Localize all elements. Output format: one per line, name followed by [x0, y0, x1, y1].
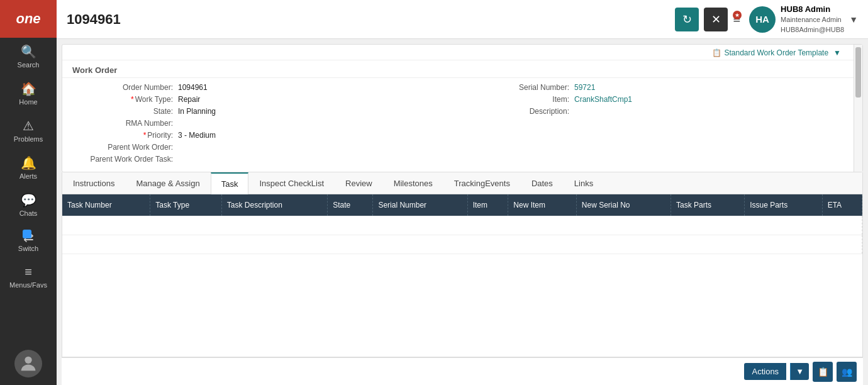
tab-review[interactable]: Review [335, 172, 383, 194]
work-order-fields: Order Number: 1094961 *Work Type: Repair… [62, 78, 862, 172]
group-button[interactable]: 👥 [837, 362, 857, 382]
col-state: State [328, 194, 373, 216]
switch-icon-wrapper: ⇄ [23, 230, 34, 245]
col-serial-number: Serial Number [373, 194, 467, 216]
sidebar-label-chats: Chats [19, 209, 38, 217]
tab-inspect-checklist-label: Inspect CheckList [259, 179, 324, 188]
col-task-description: Task Description [221, 194, 327, 216]
user-menu-chevron[interactable]: ▼ [849, 14, 858, 25]
close-button[interactable]: ✕ [704, 8, 728, 31]
serial-number-value[interactable]: 59721 [574, 83, 595, 92]
item-value[interactable]: CrankShaftCmp1 [574, 95, 632, 104]
item-label: Item: [469, 95, 569, 104]
actions-dropdown-button[interactable]: ▼ [790, 363, 809, 380]
field-description: Description: [469, 107, 852, 116]
task-table-wrapper[interactable]: Task Number Task Type Task Description S… [62, 194, 862, 357]
tab-task[interactable]: Task [211, 172, 249, 194]
content-area: 📋 Standard Work Order Template ▼ Work Or… [57, 39, 868, 385]
tab-manage-assign[interactable]: Manage & Assign [125, 172, 210, 194]
user-details: HUB8 Admin Maintenance Admin HUB8Admin@H… [781, 4, 844, 35]
user-info-area: HA HUB8 Admin Maintenance Admin HUB8Admi… [749, 4, 858, 35]
sidebar-label-menus: Menus/Favs [9, 281, 47, 289]
bell-icon: 🔔 [21, 155, 36, 170]
scrollbar[interactable] [854, 45, 862, 172]
rma-number-label: RMA Number: [72, 119, 173, 128]
sidebar: one 🔍 Search 🏠 Home ⚠ Problems 🔔 Alerts … [0, 0, 57, 385]
switch-badge [23, 230, 31, 238]
home-icon: 🏠 [21, 81, 36, 96]
menu-button[interactable]: ≡ ★ [733, 12, 740, 26]
col-issue-parts: Issue Parts [745, 194, 823, 216]
field-priority: *Priority: 3 - Medium [72, 131, 456, 140]
page-title: 1094961 [67, 11, 675, 28]
sidebar-item-chats[interactable]: 💬 Chats [0, 186, 57, 223]
description-label: Description: [469, 107, 569, 116]
sidebar-item-problems[interactable]: ⚠ Problems [0, 112, 57, 149]
tab-tracking-events-label: TrackingEvents [454, 179, 510, 188]
serial-number-label: Serial Number: [469, 83, 569, 92]
parent-task-label: Parent Work Order Task: [72, 155, 173, 164]
work-order-panel: 📋 Standard Work Order Template ▼ Work Or… [62, 44, 863, 172]
field-parent-work-order: Parent Work Order: [72, 143, 456, 152]
logo-text: one [16, 11, 40, 27]
user-role: Maintenance Admin [781, 15, 844, 25]
tab-dates-label: Dates [531, 179, 553, 188]
bottom-bar: Actions ▼ 📋 👥 [62, 357, 863, 385]
tab-dates[interactable]: Dates [521, 172, 564, 194]
tab-instructions[interactable]: Instructions [62, 172, 125, 194]
field-order-number: Order Number: 1094961 [72, 83, 456, 92]
user-email: HUB8Admin@HUB8 [781, 25, 844, 35]
refresh-icon: ↻ [682, 13, 692, 26]
field-item: Item: CrankShaftCmp1 [469, 95, 852, 104]
col-new-serial-no: New Serial No [576, 194, 670, 216]
copy-button[interactable]: 📋 [813, 362, 833, 382]
sidebar-label-home: Home [19, 98, 37, 106]
template-bar: 📋 Standard Work Order Template ▼ [62, 45, 862, 60]
copy-icon: 📋 [818, 367, 828, 377]
sidebar-item-menus[interactable]: ≡ Menus/Favs [0, 259, 57, 295]
work-type-label: *Work Type: [72, 95, 173, 104]
sidebar-item-home[interactable]: 🏠 Home [0, 75, 57, 112]
sidebar-label-search: Search [18, 61, 40, 69]
tab-links[interactable]: Links [564, 172, 604, 194]
search-icon: 🔍 [21, 44, 36, 59]
chat-icon: 💬 [21, 192, 36, 208]
scrollbar-thumb[interactable] [855, 47, 861, 98]
task-table: Task Number Task Type Task Description S… [62, 194, 862, 254]
order-number-value: 1094961 [178, 83, 208, 92]
order-number-label: Order Number: [72, 83, 173, 92]
field-rma-number: RMA Number: [72, 119, 456, 128]
state-value: In Planning [178, 107, 216, 116]
field-serial-number: Serial Number: 59721 [469, 83, 852, 92]
field-state: State: In Planning [72, 107, 456, 116]
tab-review-label: Review [345, 179, 372, 188]
tab-manage-assign-label: Manage & Assign [136, 179, 199, 188]
actions-dropdown-chevron: ▼ [796, 367, 804, 376]
template-label[interactable]: Standard Work Order Template [724, 48, 828, 57]
tab-task-label: Task [221, 179, 238, 189]
tab-instructions-label: Instructions [73, 179, 114, 188]
refresh-button[interactable]: ↻ [675, 8, 699, 31]
tab-milestones-label: Milestones [394, 179, 433, 188]
tab-tracking-events[interactable]: TrackingEvents [443, 172, 521, 194]
sidebar-item-search[interactable]: 🔍 Search [0, 38, 57, 75]
user-avatar [14, 350, 42, 377]
table-row-empty-2 [62, 235, 862, 254]
tab-links-label: Links [574, 179, 593, 188]
user-name: HUB8 Admin [781, 4, 844, 15]
col-item: Item [467, 194, 508, 216]
tab-milestones[interactable]: Milestones [383, 172, 443, 194]
table-body [62, 216, 862, 254]
tabs-container: Instructions Manage & Assign Task Inspec… [62, 172, 863, 357]
svg-point-0 [25, 357, 31, 364]
sidebar-item-avatar[interactable] [0, 340, 57, 385]
sidebar-label-problems: Problems [14, 135, 43, 143]
actions-button[interactable]: Actions [744, 363, 786, 380]
app-logo[interactable]: one [0, 0, 57, 38]
priority-label: *Priority: [72, 131, 173, 140]
actions-label: Actions [752, 367, 779, 376]
tab-inspect-checklist[interactable]: Inspect CheckList [248, 172, 335, 194]
sidebar-item-alerts[interactable]: 🔔 Alerts [0, 149, 57, 186]
sidebar-item-switch[interactable]: ⇄ Switch [0, 223, 57, 259]
template-chevron[interactable]: ▼ [833, 48, 841, 57]
